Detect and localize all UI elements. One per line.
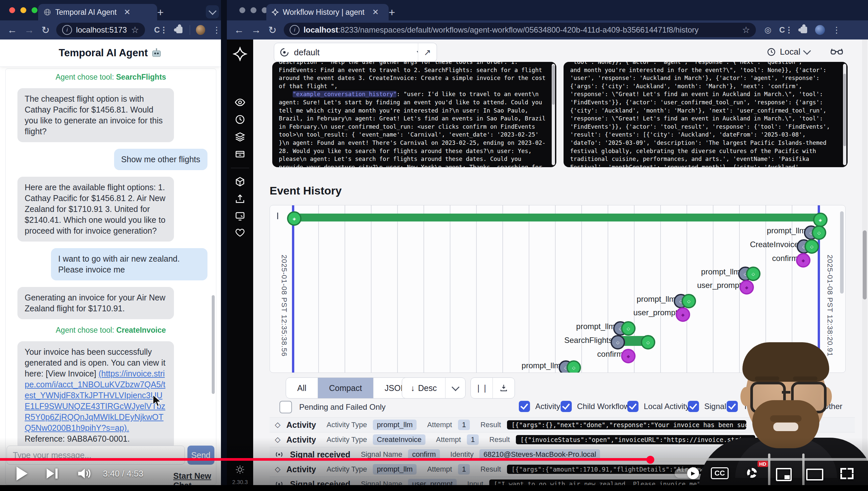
namespaces-cube-icon[interactable] — [235, 176, 246, 187]
activity-completed-marker[interactable]: ◇ — [566, 360, 581, 373]
site-info-icon[interactable]: i — [62, 25, 72, 35]
checkbox-checked[interactable] — [688, 401, 699, 412]
forward-button[interactable]: → — [24, 24, 34, 35]
extensions-puzzle-icon[interactable] — [801, 27, 807, 33]
invoice-link[interactable]: (https://invoice.stripe.com/i/acct_1NBOL… — [25, 369, 165, 432]
traffic-lights[interactable] — [9, 7, 37, 13]
autoplay-toggle[interactable]: ▶ — [675, 469, 699, 478]
chat-scrollbar[interactable] — [212, 295, 215, 394]
fullscreen-button[interactable] — [840, 468, 854, 479]
timezone-selector[interactable]: Local — [767, 47, 810, 57]
volume-button[interactable] — [77, 467, 91, 480]
timeline-scrollbar[interactable] — [840, 211, 844, 293]
extension-icon[interactable]: C⋮ — [154, 25, 168, 34]
signal-event-marker[interactable]: ◆ — [796, 253, 810, 267]
view-mode-all[interactable]: All — [286, 378, 318, 398]
sort-order-button[interactable]: ↓Desc — [402, 377, 466, 399]
address-bar[interactable]: i localhost:8233/namespaces/default/work… — [284, 23, 756, 37]
video-scrubber[interactable] — [646, 456, 654, 464]
feedback-monitor-icon[interactable] — [235, 210, 246, 222]
site-info-icon[interactable]: i — [290, 25, 300, 35]
next-button[interactable] — [46, 467, 59, 480]
signal-event-marker[interactable]: ◆ — [739, 280, 754, 294]
view-mode-segmented-control[interactable]: AllCompactJSON — [286, 377, 418, 399]
browser-menu-icon[interactable]: ⋮ — [212, 25, 221, 35]
import-upload-icon[interactable] — [235, 193, 246, 204]
activity-completed-marker[interactable]: ◇ — [621, 321, 636, 336]
pause-button[interactable]: ❘❘ — [471, 378, 493, 398]
reload-button[interactable]: ↻ — [268, 24, 277, 36]
profile-avatar[interactable] — [815, 25, 825, 35]
task-queues-layers-icon[interactable] — [235, 131, 246, 142]
archive-icon[interactable] — [235, 148, 246, 159]
activity-scheduled-marker[interactable]: ◇ — [611, 335, 625, 349]
video-progress-bar[interactable] — [0, 458, 868, 461]
activity-completed-marker[interactable]: ◇ — [682, 294, 696, 308]
code-scrollbar[interactable] — [552, 64, 555, 165]
zoom-window-button[interactable] — [32, 7, 37, 13]
tab-workflow-history[interactable]: Workflow History | agent-wor ✕ — [266, 4, 389, 21]
filter-activity[interactable]: Activity — [519, 401, 560, 412]
reload-button[interactable]: ↻ — [41, 24, 50, 36]
activity-completed-marker[interactable]: ◇ — [805, 239, 819, 254]
back-button[interactable]: ← — [7, 24, 17, 35]
back-button[interactable]: ← — [234, 24, 244, 35]
schedules-clock-icon[interactable] — [235, 114, 246, 125]
bookmark-star-icon[interactable]: ☆ — [131, 25, 139, 35]
namespace-selector[interactable]: default — [274, 43, 429, 62]
play-button[interactable] — [15, 466, 29, 481]
activity-completed-marker[interactable]: ◇ — [746, 266, 761, 281]
checkbox-checked[interactable] — [561, 401, 572, 412]
sort-options-chevron[interactable] — [445, 378, 465, 398]
theater-mode-button[interactable] — [806, 469, 823, 481]
code-scrollbar[interactable] — [843, 64, 846, 165]
temporal-logo-icon[interactable] — [233, 47, 247, 61]
chat-scroll-area[interactable]: Agent chose tool: SearchFlightsThe cheap… — [5, 68, 216, 485]
extension-icon[interactable]: C⋮ — [779, 25, 793, 34]
browser-menu-icon[interactable]: ⋮ — [832, 25, 841, 35]
tab-close-icon[interactable]: ✕ — [372, 7, 379, 17]
workflow-end-marker[interactable]: ◈ — [813, 212, 828, 227]
activity-completed-marker[interactable]: ◇ — [812, 225, 826, 240]
new-tab-button[interactable]: + — [157, 6, 164, 19]
collapse-chevron-icon[interactable] — [277, 212, 278, 219]
open-namespace-button[interactable]: ↗ — [418, 43, 437, 62]
filter-local-activity[interactable]: Local Activity — [627, 401, 689, 412]
address-bar[interactable]: i localhost:5173 ☆ — [56, 23, 145, 37]
workflow-start-marker[interactable]: ◈ — [287, 211, 302, 226]
workflow-input-json-right[interactable]: 'tool': None}}, {'actor': 'agent', 'resp… — [563, 62, 848, 167]
captions-button[interactable]: CC — [711, 467, 728, 479]
bookmark-star-icon[interactable]: ☆ — [742, 25, 750, 35]
expand-diamond-icon[interactable]: ◇ — [275, 421, 280, 429]
extension-eye-icon[interactable]: ◎ — [765, 25, 771, 34]
tab-overflow-button[interactable] — [206, 5, 219, 19]
new-tab-button[interactable]: + — [389, 6, 395, 19]
minimize-window-button[interactable] — [251, 7, 256, 13]
tab-close-icon[interactable]: ✕ — [124, 7, 130, 17]
filter-child-workflow[interactable]: Child Workflow — [561, 401, 630, 412]
workflows-eye-icon[interactable] — [235, 97, 246, 108]
close-window-button[interactable] — [9, 7, 15, 13]
checkbox-checked[interactable] — [627, 401, 639, 412]
signal-event-marker[interactable]: ◆ — [621, 349, 636, 363]
close-window-button[interactable] — [239, 7, 245, 13]
favorites-heart-icon[interactable] — [235, 227, 245, 238]
download-button[interactable] — [493, 378, 515, 398]
tab-temporal-ai-agent[interactable]: Temporal AI Agent ✕ — [38, 4, 157, 21]
traffic-lights[interactable] — [239, 7, 268, 13]
workflow-input-json-left[interactable]: description": "help the user gather args… — [272, 62, 556, 167]
extensions-puzzle-icon[interactable] — [176, 27, 183, 33]
signal-event-marker[interactable]: ◆ — [676, 307, 690, 322]
activity-completed-marker[interactable]: ◇ — [641, 335, 655, 349]
view-mode-compact[interactable]: Compact — [318, 378, 373, 398]
checkbox-checked[interactable] — [519, 401, 530, 412]
forward-button[interactable]: → — [251, 24, 261, 35]
settings-gear-icon[interactable] — [747, 468, 757, 478]
minimize-window-button[interactable] — [20, 7, 26, 13]
pending-failed-filter[interactable]: Pending and Failed Only — [279, 401, 386, 413]
codec-glasses-icon[interactable] — [830, 47, 843, 58]
profile-avatar[interactable] — [196, 25, 205, 35]
workflow-execution-bar[interactable] — [293, 213, 820, 222]
miniplayer-button[interactable] — [776, 468, 792, 481]
checkbox-unchecked[interactable] — [279, 401, 292, 413]
